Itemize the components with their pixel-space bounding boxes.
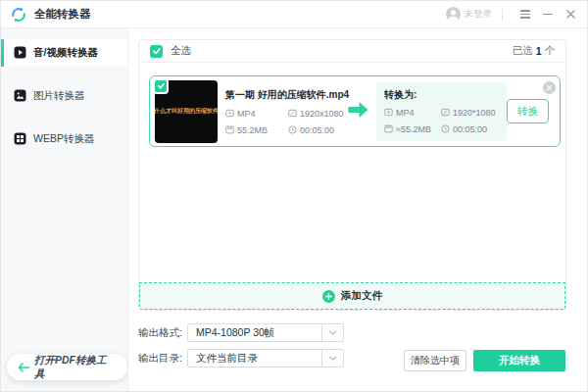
title-bar: 全能转换器 未登录 — [1, 1, 587, 28]
list-header: 全选 已选 1 个 — [139, 40, 565, 63]
chevron-down-icon — [321, 350, 343, 367]
app-logo-icon — [10, 6, 27, 24]
menu-icon[interactable] — [517, 7, 533, 23]
target-file-info: 转换为: MP4 1920*1080 — [376, 82, 507, 141]
target-size: ≈55.2MB — [384, 124, 441, 134]
sidebar: 音/视频转换器 图片转换器 — [1, 28, 128, 391]
target-duration-value: 00:05:00 — [453, 124, 487, 134]
add-icon — [322, 290, 335, 303]
source-format-value: MP4 — [237, 109, 256, 119]
thumbnail-overlay-text: 什么才叫好用的压缩软件 — [155, 107, 218, 116]
output-format-value: MP4-1080P 30帧 — [188, 326, 321, 340]
minimize-icon[interactable] — [540, 7, 556, 23]
select-all-checkbox[interactable] — [150, 45, 163, 58]
back-arrow-icon — [18, 363, 29, 372]
add-file-button[interactable]: 添加文件 — [139, 282, 565, 310]
selected-prefix: 已选 — [513, 44, 533, 58]
target-size-value: ≈55.2MB — [396, 124, 431, 134]
output-dir-select[interactable]: 文件当前目录 — [187, 349, 344, 368]
format-icon — [225, 109, 234, 118]
webp-converter-icon — [14, 132, 26, 145]
file-name: 第一期 好用的压缩软件.mp4 — [225, 88, 345, 102]
source-file-info: 第一期 好用的压缩软件.mp4 MP4 1920x108 — [225, 88, 345, 135]
size-icon — [384, 124, 393, 133]
image-converter-icon — [14, 89, 26, 102]
target-label: 转换为: — [384, 88, 499, 102]
video-thumbnail: 什么才叫好用的压缩软件 — [155, 80, 218, 143]
convert-arrow-icon — [347, 101, 369, 122]
video-converter-icon — [14, 46, 26, 59]
selected-suffix: 个 — [545, 44, 556, 58]
sidebar-item-label: 图片转换器 — [33, 89, 85, 103]
source-size: 55.2MB — [225, 125, 288, 135]
sidebar-item-webp-converter[interactable]: WEBP转换器 — [1, 125, 127, 153]
close-icon[interactable] — [563, 7, 578, 23]
output-format-select[interactable]: MP4-1080P 30帧 — [187, 323, 344, 342]
remove-file-icon[interactable] — [543, 81, 556, 94]
target-format-value: MP4 — [396, 108, 415, 118]
resolution-icon — [288, 109, 297, 118]
source-format: MP4 — [225, 109, 288, 119]
clear-selected-button[interactable]: 清除选中项 — [404, 350, 466, 371]
output-dir-value: 文件当前目录 — [188, 352, 321, 366]
source-duration-value: 00:05:00 — [300, 125, 334, 135]
app-window: 全能转换器 未登录 — [0, 0, 588, 392]
target-resolution: 1920*1080 — [441, 108, 499, 118]
convert-button[interactable]: 转换 — [507, 99, 549, 123]
app-title: 全能转换器 — [34, 7, 91, 22]
duration-icon — [288, 125, 297, 134]
source-duration: 00:05:00 — [288, 125, 345, 135]
sidebar-item-image-converter[interactable]: 图片转换器 — [1, 82, 127, 110]
output-format-row: 输出格式: MP4-1080P 30帧 — [138, 323, 344, 342]
target-format: MP4 — [384, 108, 441, 118]
sidebar-item-av-converter[interactable]: 音/视频转换器 — [1, 39, 127, 67]
select-all-label[interactable]: 全选 — [171, 44, 191, 58]
selected-count: 1 — [536, 45, 542, 57]
sidebar-item-label: WEBP转换器 — [33, 132, 94, 146]
target-duration: 00:05:00 — [441, 124, 499, 134]
output-dir-label: 输出目录: — [138, 352, 187, 366]
source-size-value: 55.2MB — [237, 125, 268, 135]
add-file-label: 添加文件 — [341, 289, 382, 303]
resolution-icon — [441, 108, 450, 117]
user-avatar[interactable] — [446, 7, 461, 22]
titlebar-divider — [502, 9, 503, 21]
format-icon — [384, 108, 393, 117]
pdf-tool-label: 打开PDF转换工具 — [34, 354, 115, 381]
output-dir-row: 输出目录: 文件当前目录 — [138, 349, 344, 368]
login-status[interactable]: 未登录 — [465, 8, 493, 21]
source-resolution-value: 1920x1080 — [300, 109, 344, 119]
file-card: 什么才叫好用的压缩软件 第一期 好用的压缩软件.mp4 MP4 — [149, 75, 561, 147]
duration-icon — [441, 124, 450, 133]
source-resolution: 1920x1080 — [288, 109, 345, 119]
sidebar-item-label: 音/视频转换器 — [33, 46, 98, 60]
file-selected-checkbox[interactable] — [153, 78, 169, 94]
selected-count-info: 已选 1 个 — [513, 44, 555, 58]
file-list-panel: 全选 已选 1 个 什么才叫好用的压缩软件 第 — [138, 39, 566, 311]
size-icon — [225, 125, 234, 134]
open-pdf-tool-button[interactable]: 打开PDF转换工具 — [7, 354, 127, 380]
start-convert-button[interactable]: 开始转换 — [473, 350, 565, 371]
target-resolution-value: 1920*1080 — [453, 108, 496, 118]
main-content: 全选 已选 1 个 什么才叫好用的压缩软件 第 — [128, 28, 587, 391]
chevron-down-icon — [321, 324, 343, 341]
output-format-label: 输出格式: — [138, 326, 187, 340]
